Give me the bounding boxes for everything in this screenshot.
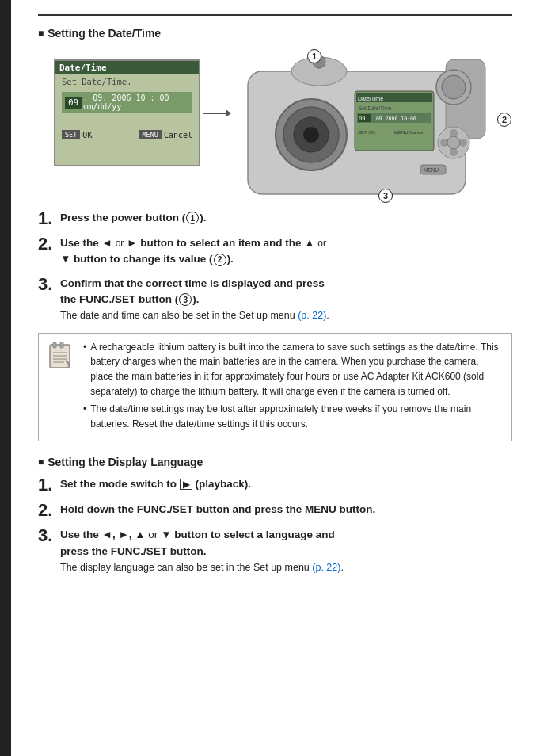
lcd-date-box: 09 (65, 97, 82, 109)
step-2-2-content: Hold down the FUNC./SET button and press… (60, 502, 512, 517)
lcd-ok-label: OK (82, 131, 92, 139)
step-2-1-num: 1. (38, 476, 59, 494)
note-item-2: The date/time settings may be lost after… (83, 402, 504, 431)
lcd-bottom: SET OK MENU Cancel (62, 130, 192, 139)
step-1-3: 3. Confirm that the correct time is disp… (38, 276, 512, 323)
callout-1: 1 (307, 49, 321, 63)
svg-text:MENU Cancel: MENU Cancel (394, 130, 424, 135)
step-2-2-bold: Hold down the FUNC./SET button and press… (60, 502, 512, 517)
section2-header: Setting the Display Language (38, 456, 512, 468)
step-1-3-bold: Confirm that the correct time is display… (60, 276, 512, 308)
svg-text:MENU: MENU (424, 167, 439, 173)
step-2-1: 1. Set the mode switch to ▶ (playback). (38, 476, 512, 494)
step-2-3-normal: The display language can also be set in … (60, 560, 512, 575)
arrow-connector (203, 113, 226, 114)
top-divider (38, 14, 512, 16)
step-1-1-content: Press the power button (1). (60, 210, 512, 226)
lcd-subtitle: Set Date/Time. (55, 74, 199, 89)
step-2-3-bold: Use the ◄, ►, ▲ or ▼ button to select a … (60, 527, 512, 559)
svg-point-25 (447, 136, 460, 149)
lcd-set-ok: SET OK (62, 130, 92, 139)
note-text: A rechargeable lithium battery is built … (83, 340, 504, 435)
svg-point-19 (442, 75, 466, 99)
note-bullet-2: The date/time settings may be lost after… (90, 402, 504, 431)
svg-text:Date/Time: Date/Time (358, 96, 383, 101)
step-2-2-num: 2. (38, 502, 59, 519)
step-1-2-bold: Use the ◄ or ► button to select an item … (60, 235, 512, 268)
circle-3: 3 (179, 293, 192, 306)
step-2-3-link: (p. 22) (312, 562, 340, 573)
diagram-wrapper: Date/Time Set Date/Time. 09 . 09. 2006 1… (38, 48, 512, 202)
svg-text:09: 09 (359, 116, 365, 122)
step-1-1-bold: Press the power button (1). (60, 210, 512, 226)
step-1-3-normal: The date and time can also be set in the… (60, 308, 512, 323)
step-1-1: 1. Press the power button (1). (38, 210, 512, 227)
lcd-menu-cancel: MENU Cancel (139, 130, 192, 139)
step-2-1-bold: Set the mode switch to ▶ (playback). (60, 476, 512, 492)
circle-2: 2 (214, 254, 226, 266)
step-1-3-link: (p. 22) (298, 310, 326, 321)
notepad-icon (48, 342, 74, 370)
note-box: A rechargeable lithium battery is built … (38, 333, 512, 442)
step-1-2-content: Use the ◄ or ► button to select an item … (60, 235, 512, 268)
lcd-date-row: 09 . 09. 2006 10 : 00 mm/dd/yy (62, 92, 192, 113)
section1-title: Setting the Date/Time (48, 27, 161, 40)
page-number: 8 (16, 730, 21, 742)
step-2-3: 3. Use the ◄, ►, ▲ or ▼ button to select… (38, 527, 512, 575)
svg-text:SET OK: SET OK (358, 130, 375, 135)
left-bar: 8 (0, 0, 11, 756)
lcd-screen: Date/Time Set Date/Time. 09 . 09. 2006 1… (54, 59, 200, 166)
page-container: 8 Setting the Date/Time Date/Time Set Da… (0, 0, 536, 756)
step-2-1-content: Set the mode switch to ▶ (playback). (60, 476, 512, 492)
lcd-title: Date/Time (55, 61, 199, 74)
svg-text:Set Date/Time.: Set Date/Time. (359, 105, 393, 111)
lcd-menu-btn: MENU (139, 130, 161, 139)
section1-header: Setting the Date/Time (38, 27, 512, 40)
svg-rect-31 (60, 342, 63, 348)
lcd-date-text: . 09. 2006 10 : 00 mm/dd/yy (83, 94, 189, 111)
lcd-cancel-label: Cancel (164, 131, 192, 139)
step-2-2: 2. Hold down the FUNC./SET button and pr… (38, 502, 512, 519)
circle-1: 1 (186, 212, 199, 224)
note-bullet-1: A rechargeable lithium battery is built … (90, 340, 504, 399)
svg-text:.09.2006 10:00: .09.2006 10:00 (373, 116, 416, 122)
step-1-3-num: 3. (38, 276, 59, 293)
step-1-2: 2. Use the ◄ or ► button to select an it… (38, 235, 512, 268)
note-icon (47, 340, 75, 435)
step-1-2-num: 2. (38, 235, 59, 253)
svg-rect-30 (53, 342, 56, 348)
step-2-3-num: 3. (38, 527, 59, 544)
svg-point-6 (303, 127, 319, 143)
note-list: A rechargeable lithium battery is built … (83, 340, 504, 432)
callout-3: 3 (378, 189, 393, 203)
step-1-1-num: 1. (38, 210, 59, 227)
lcd-set-btn: SET (62, 130, 80, 139)
diagram-area: Date/Time Set Date/Time. 09 . 09. 2006 1… (38, 48, 512, 202)
step-1-3-content: Confirm that the correct time is display… (60, 276, 512, 323)
callout-2: 2 (497, 113, 511, 127)
camera-illustration: Date/Time Set Date/Time. 09 .09.2006 10:… (224, 48, 493, 202)
step-2-3-content: Use the ◄, ►, ▲ or ▼ button to select a … (60, 527, 512, 575)
note-item-1: A rechargeable lithium battery is built … (83, 340, 504, 399)
section2-title: Setting the Display Language (48, 456, 203, 468)
